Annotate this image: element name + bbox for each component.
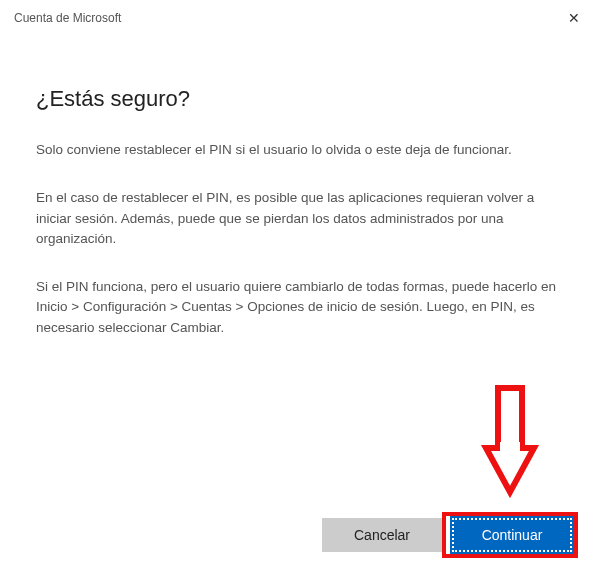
- button-row: Cancelar Continuar: [322, 518, 572, 552]
- titlebar: Cuenta de Microsoft ✕: [0, 0, 600, 36]
- dialog-heading: ¿Estás seguro?: [36, 86, 564, 112]
- window-title: Cuenta de Microsoft: [14, 11, 121, 25]
- close-button[interactable]: ✕: [558, 6, 590, 30]
- svg-rect-0: [498, 388, 522, 448]
- svg-rect-2: [500, 442, 520, 452]
- svg-marker-1: [486, 448, 534, 492]
- dialog-content: ¿Estás seguro? Solo conviene restablecer…: [0, 36, 600, 338]
- close-icon: ✕: [568, 10, 580, 26]
- dialog-paragraph-2: En el caso de restablecer el PIN, es pos…: [36, 188, 564, 249]
- dialog-paragraph-1: Solo conviene restablecer el PIN si el u…: [36, 140, 564, 160]
- annotation-arrow-icon: [480, 382, 540, 502]
- continue-button[interactable]: Continuar: [452, 518, 572, 552]
- dialog-paragraph-3: Si el PIN funciona, pero el usuario quie…: [36, 277, 564, 338]
- cancel-button[interactable]: Cancelar: [322, 518, 442, 552]
